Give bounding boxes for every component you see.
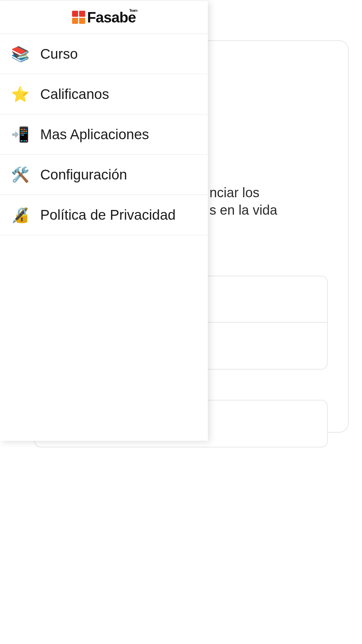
logo-brand-text: Fasabe Team: [87, 9, 136, 26]
menu-item-label: Mas Aplicaciones: [40, 126, 149, 143]
menu-item-mas-aplicaciones[interactable]: 📲 Mas Aplicaciones: [0, 114, 208, 155]
menu-item-curso[interactable]: 📚 Curso: [0, 34, 208, 74]
app-logo: Fasabe Team: [72, 9, 136, 26]
menu-item-privacidad[interactable]: 🔏 Política de Privacidad: [0, 195, 208, 235]
side-drawer: Fasabe Team 📚 Curso ⭐ Calificanos 📲 Mas …: [0, 1, 208, 441]
logo-tagline: Team: [129, 8, 137, 12]
logo-squares-icon: [72, 11, 85, 24]
menu-item-label: Política de Privacidad: [40, 207, 176, 223]
menu-item-calificanos[interactable]: ⭐ Calificanos: [0, 74, 208, 114]
background-text: nciar los s en la vida: [209, 184, 277, 219]
menu-item-label: Curso: [40, 46, 78, 62]
menu-item-label: Calificanos: [40, 86, 109, 102]
lock-pen-icon: 🔏: [12, 207, 28, 223]
star-icon: ⭐: [12, 86, 28, 102]
books-icon: 📚: [12, 46, 28, 62]
phone-app-icon: 📲: [12, 126, 28, 143]
menu-item-configuracion[interactable]: 🛠️ Configuración: [0, 155, 208, 195]
menu-item-label: Configuración: [40, 167, 127, 183]
tools-icon: 🛠️: [12, 167, 28, 183]
drawer-header: Fasabe Team: [0, 1, 208, 34]
